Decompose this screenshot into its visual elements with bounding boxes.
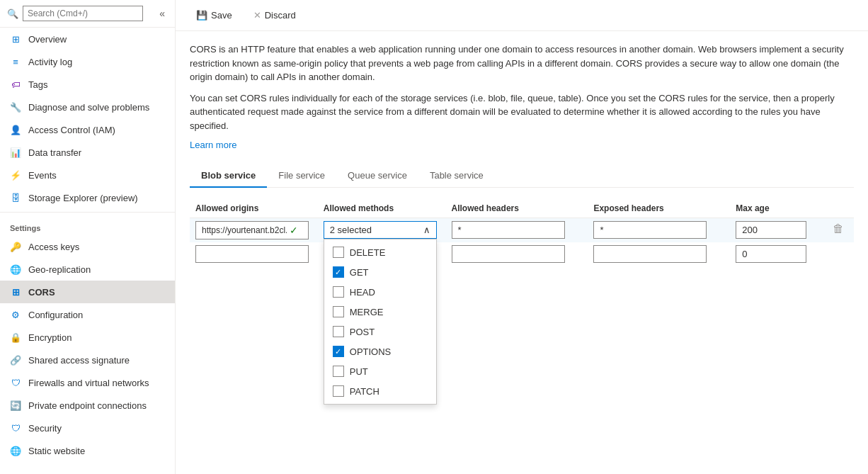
discard-button[interactable]: ✕ Discard — [244, 6, 305, 25]
sidebar-item-diagnose[interactable]: 🔧 Diagnose and solve problems — [0, 96, 175, 118]
overview-icon: ⊞ — [10, 33, 21, 45]
checkbox-head[interactable] — [333, 286, 344, 298]
main-content: 💾 Save ✕ Discard CORS is an HTTP feature… — [176, 0, 868, 474]
sidebar-item-cors[interactable]: ⊞ CORS — [0, 281, 175, 303]
checkbox-options[interactable] — [333, 346, 344, 357]
sidebar-item-configuration[interactable]: ⚙ Configuration — [0, 303, 175, 326]
tab-table[interactable]: Table service — [418, 164, 495, 188]
row1-origin-input[interactable] — [202, 225, 287, 235]
row1-delete-cell: 🗑 — [823, 218, 854, 243]
row1-origin-cell: ✓ — [190, 218, 318, 243]
tab-blob[interactable]: Blob service — [190, 164, 267, 188]
header-delete — [823, 199, 854, 218]
row2-headers-cell — [446, 242, 588, 266]
methods-dropdown-trigger[interactable]: 2 selected ∧ — [324, 221, 437, 239]
row1-exposed-input[interactable] — [593, 221, 707, 239]
description-para2: You can set CORS rules individually for … — [190, 91, 854, 133]
shared-access-icon: 🔗 — [10, 354, 21, 366]
dropdown-item-delete[interactable]: DELETE — [324, 242, 436, 262]
row2-delete-cell — [823, 242, 854, 266]
row2-maxage-input[interactable]: 0 — [736, 245, 806, 263]
row2-exposed-input[interactable] — [593, 245, 707, 263]
geo-replication-icon: 🌐 — [10, 264, 21, 275]
checkbox-put[interactable] — [333, 366, 344, 377]
storage-explorer-icon: 🗄 — [10, 192, 21, 203]
row1-delete-button[interactable]: 🗑 — [828, 221, 848, 237]
dropdown-item-label: HEAD — [350, 287, 375, 298]
tab-queue[interactable]: Queue service — [336, 164, 418, 188]
activity-log-icon: ≡ — [10, 56, 21, 67]
sidebar: 🔍 « ⊞ Overview ≡ Activity log 🏷 Tags 🔧 D… — [0, 0, 176, 474]
sidebar-item-label: Geo-replication — [28, 264, 91, 275]
dropdown-item-label: MERGE — [350, 307, 384, 317]
sidebar-item-activity-log[interactable]: ≡ Activity log — [0, 50, 175, 73]
collapse-sidebar-button[interactable]: « — [156, 6, 168, 21]
diagnose-icon: 🔧 — [10, 101, 21, 113]
sidebar-item-static-website[interactable]: 🌐 Static website — [0, 439, 175, 462]
sidebar-item-label: Diagnose and solve problems — [28, 102, 149, 113]
row2-headers-input[interactable] — [452, 245, 565, 263]
row1-maxage-cell — [730, 218, 823, 243]
sidebar-item-geo-replication[interactable]: 🌐 Geo-replication — [0, 258, 175, 281]
checkbox-patch[interactable] — [333, 385, 344, 397]
sidebar-item-tags[interactable]: 🏷 Tags — [0, 73, 175, 96]
sidebar-item-private-endpoint[interactable]: 🔄 Private endpoint connections — [0, 394, 175, 417]
cors-table: Allowed origins Allowed methods Allowed … — [190, 199, 854, 266]
row1-headers-cell — [446, 218, 588, 243]
sidebar-item-data-transfer[interactable]: 📊 Data transfer — [0, 141, 175, 164]
sidebar-item-storage-explorer[interactable]: 🗄 Storage Explorer (preview) — [0, 186, 175, 209]
sidebar-item-label: CORS — [28, 287, 55, 298]
chevron-up-icon: ∧ — [423, 225, 430, 235]
sidebar-item-encryption[interactable]: 🔒 Encryption — [0, 326, 175, 349]
sidebar-item-label: Overview — [28, 34, 67, 45]
row2-origin-input[interactable] — [195, 245, 309, 263]
sidebar-item-label: Access keys — [28, 242, 79, 252]
row1-maxage-input[interactable] — [736, 221, 806, 239]
dropdown-item-merge[interactable]: MERGE — [324, 302, 436, 322]
header-methods: Allowed methods — [318, 199, 446, 218]
learn-more-link[interactable]: Learn more — [190, 140, 236, 150]
row1-methods-cell: 2 selected ∧ DELETE — [318, 218, 446, 243]
checkbox-post[interactable] — [333, 326, 344, 337]
dropdown-item-label: POST — [350, 327, 375, 337]
tags-icon: 🏷 — [10, 79, 21, 90]
row1-origin-input-wrapper[interactable]: ✓ — [195, 221, 309, 239]
private-endpoint-icon: 🔄 — [10, 400, 21, 411]
sidebar-item-shared-access[interactable]: 🔗 Shared access signature — [0, 349, 175, 371]
search-input[interactable] — [23, 6, 143, 21]
security-icon: 🛡 — [10, 422, 21, 434]
table-row: ✓ 2 selected ∧ — [190, 218, 854, 243]
dropdown-item-head[interactable]: HEAD — [324, 282, 436, 302]
row1-exposed-cell — [588, 218, 730, 243]
sidebar-item-label: Tags — [28, 79, 47, 90]
dropdown-item-put[interactable]: PUT — [324, 361, 436, 381]
dropdown-item-options[interactable]: OPTIONS — [324, 342, 436, 361]
sidebar-item-access-keys[interactable]: 🔑 Access keys — [0, 235, 175, 258]
methods-dropdown-wrapper: 2 selected ∧ DELETE — [324, 221, 437, 239]
row1-headers-input[interactable] — [452, 221, 565, 239]
sidebar-item-label: Static website — [28, 446, 85, 456]
events-icon: ⚡ — [10, 169, 21, 181]
cors-icon: ⊞ — [10, 286, 21, 298]
checkbox-delete[interactable] — [333, 247, 344, 258]
sidebar-item-label: Configuration — [28, 310, 83, 320]
sidebar-item-firewalls[interactable]: 🛡 Firewalls and virtual networks — [0, 371, 175, 394]
checkbox-get[interactable] — [333, 266, 344, 278]
settings-section-label: Settings — [0, 215, 175, 235]
dropdown-item-get[interactable]: GET — [324, 262, 436, 282]
sidebar-item-label: Events — [28, 170, 57, 181]
sidebar-item-label: Data transfer — [28, 147, 81, 158]
dropdown-item-post[interactable]: POST — [324, 322, 436, 342]
iam-icon: 👤 — [10, 124, 21, 135]
checkbox-merge[interactable] — [333, 306, 344, 317]
table-row: 0 — [190, 242, 854, 266]
sidebar-item-iam[interactable]: 👤 Access Control (IAM) — [0, 118, 175, 141]
tab-file[interactable]: File service — [267, 164, 336, 188]
sidebar-item-overview[interactable]: ⊞ Overview — [0, 28, 175, 50]
sidebar-item-label: Shared access signature — [28, 355, 130, 366]
sidebar-item-security[interactable]: 🛡 Security — [0, 417, 175, 439]
dropdown-item-patch[interactable]: PATCH — [324, 381, 436, 401]
methods-dropdown-menu: DELETE GET HEAD — [324, 239, 437, 405]
save-button[interactable]: 💾 Save — [187, 6, 241, 25]
sidebar-item-events[interactable]: ⚡ Events — [0, 164, 175, 186]
